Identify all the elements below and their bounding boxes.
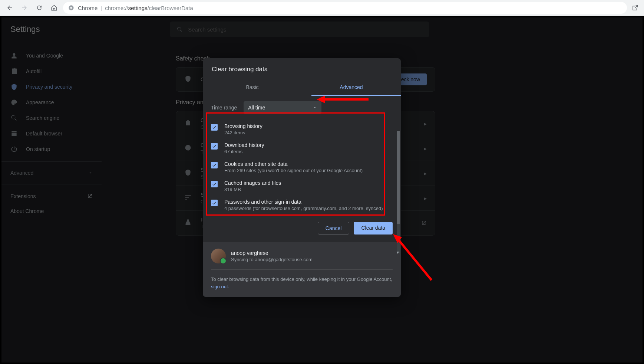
avatar	[211, 249, 226, 263]
tab-advanced[interactable]: Advanced	[302, 78, 401, 96]
clear-browsing-data-dialog: Clear browsing data Basic Advanced Time …	[203, 58, 401, 297]
dialog-scrollbar[interactable]	[397, 131, 400, 253]
reload-button[interactable]	[33, 2, 45, 14]
tab-basic[interactable]: Basic	[203, 78, 302, 96]
option-browsing-history[interactable]: Browsing history242 items	[211, 120, 393, 139]
home-button[interactable]	[48, 2, 60, 14]
address-bar[interactable]: Chrome|chrome://settings/clearBrowserDat…	[63, 2, 627, 14]
scroll-down-icon: ▼	[396, 250, 400, 255]
cancel-button[interactable]: Cancel	[318, 222, 350, 235]
checkbox-checked-icon[interactable]	[211, 124, 218, 131]
site-label: Chrome|chrome://settings/clearBrowserDat…	[78, 5, 193, 11]
chrome-icon	[68, 5, 74, 11]
option-cached[interactable]: Cached images and files319 MB	[211, 177, 393, 196]
svg-point-1	[70, 7, 72, 9]
share-button[interactable]	[630, 3, 640, 13]
option-cookies[interactable]: Cookies and other site dataFrom 269 site…	[211, 158, 393, 177]
dropdown-icon	[313, 105, 317, 110]
time-range-select[interactable]: All time	[244, 101, 321, 114]
browser-toolbar: Chrome|chrome://settings/clearBrowserDat…	[0, 0, 644, 16]
checkbox-checked-icon[interactable]	[211, 200, 218, 206]
checkbox-checked-icon[interactable]	[211, 162, 218, 168]
time-range-label: Time range	[211, 105, 237, 111]
profile-sync-status: Syncing to anoop@gadgetstouse.com	[231, 257, 313, 262]
dialog-footer-text: To clear browsing data from this device …	[211, 276, 393, 290]
checkbox-checked-icon[interactable]	[211, 143, 218, 150]
profile-row: anoop varghese Syncing to anoop@gadgetst…	[211, 249, 393, 270]
option-passwords[interactable]: Passwords and other sign-in data4 passwo…	[211, 196, 393, 214]
checkbox-checked-icon[interactable]	[211, 181, 218, 187]
sign-out-link[interactable]: sign out	[211, 284, 228, 289]
profile-name: anoop varghese	[231, 250, 313, 256]
clear-data-button[interactable]: Clear data	[354, 222, 393, 235]
back-button[interactable]	[4, 2, 16, 14]
dialog-title: Clear browsing data	[203, 58, 401, 78]
forward-button[interactable]	[19, 2, 30, 14]
option-download-history[interactable]: Download history67 items	[211, 139, 393, 158]
